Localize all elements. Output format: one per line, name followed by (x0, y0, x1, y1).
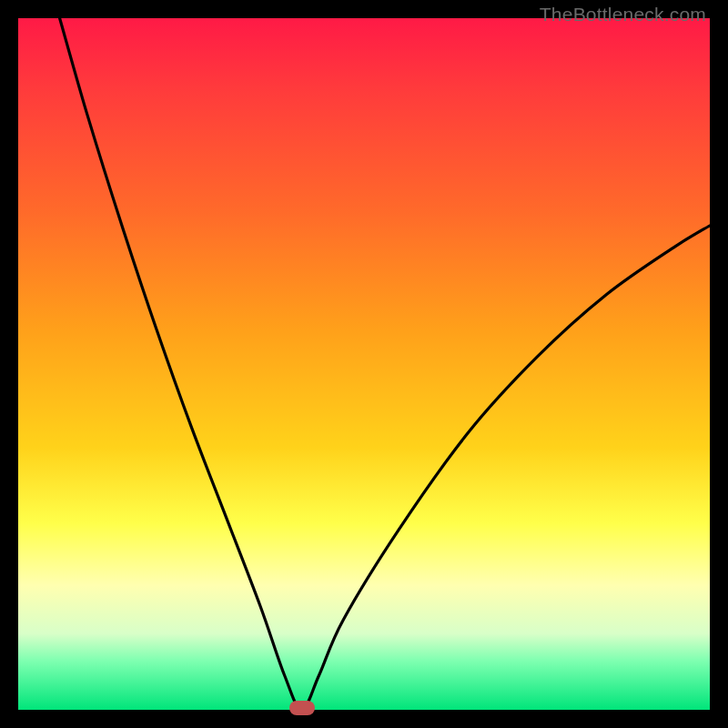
optimum-marker (289, 701, 315, 715)
watermark-text: TheBottleneck.com (540, 4, 706, 25)
bottleneck-curve (60, 18, 710, 710)
curve-svg (18, 18, 710, 710)
chart-plot-area (18, 18, 710, 710)
